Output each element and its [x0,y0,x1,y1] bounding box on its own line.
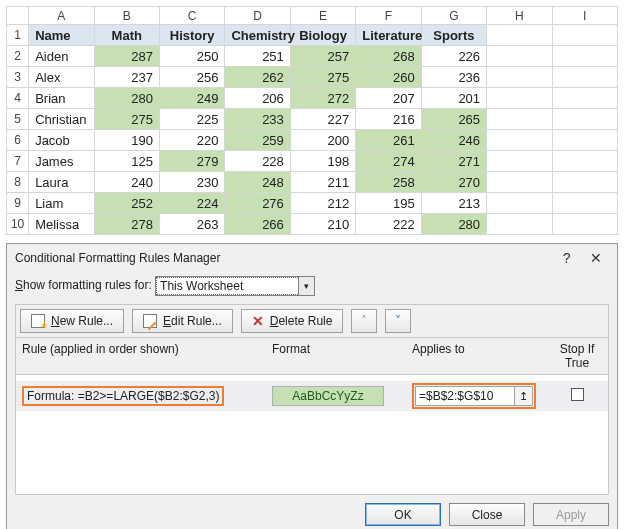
row-head[interactable]: 7 [7,151,29,172]
col-head-C[interactable]: C [159,7,224,25]
data-cell[interactable]: 256 [159,67,224,88]
ok-button[interactable]: OK [365,503,441,526]
apply-button[interactable]: Apply [533,503,609,526]
data-cell[interactable]: 274 [356,151,421,172]
data-cell[interactable]: 227 [290,109,355,130]
col-head-D[interactable]: D [225,7,290,25]
empty-cell[interactable] [487,130,552,151]
name-cell[interactable]: Laura [29,172,94,193]
data-cell[interactable]: 280 [421,214,486,235]
name-cell[interactable]: Brian [29,88,94,109]
data-cell[interactable]: 272 [290,88,355,109]
move-up-button[interactable]: ˄ [351,309,377,333]
row-head[interactable]: 9 [7,193,29,214]
header-cell[interactable]: Biology [290,25,355,46]
data-cell[interactable]: 262 [225,67,290,88]
data-cell[interactable]: 268 [356,46,421,67]
header-cell[interactable]: Name [29,25,94,46]
name-cell[interactable]: Jacob [29,130,94,151]
data-cell[interactable]: 279 [159,151,224,172]
applies-to-input[interactable]: =$B$2:$G$10 ↥ [415,386,533,406]
data-cell[interactable]: 237 [94,67,159,88]
row-head[interactable]: 2 [7,46,29,67]
data-cell[interactable]: 287 [94,46,159,67]
row-head[interactable]: 4 [7,88,29,109]
empty-cell[interactable] [552,193,617,214]
data-cell[interactable]: 261 [356,130,421,151]
col-head-A[interactable]: A [29,7,94,25]
data-cell[interactable]: 271 [421,151,486,172]
new-rule-button[interactable]: New Rule... [20,309,124,333]
data-cell[interactable]: 240 [94,172,159,193]
data-cell[interactable]: 230 [159,172,224,193]
data-cell[interactable]: 258 [356,172,421,193]
row-head[interactable]: 6 [7,130,29,151]
data-cell[interactable]: 201 [421,88,486,109]
row-head[interactable]: 10 [7,214,29,235]
name-cell[interactable]: Alex [29,67,94,88]
empty-cell[interactable] [487,67,552,88]
header-cell[interactable]: Sports [421,25,486,46]
data-cell[interactable]: 252 [94,193,159,214]
empty-cell[interactable] [552,46,617,67]
header-cell[interactable]: History [159,25,224,46]
data-cell[interactable]: 200 [290,130,355,151]
data-cell[interactable]: 270 [421,172,486,193]
name-cell[interactable]: Liam [29,193,94,214]
data-cell[interactable]: 250 [159,46,224,67]
data-cell[interactable]: 275 [94,109,159,130]
row-head[interactable]: 3 [7,67,29,88]
data-cell[interactable]: 280 [94,88,159,109]
data-cell[interactable]: 207 [356,88,421,109]
row-head[interactable]: 8 [7,172,29,193]
name-cell[interactable]: Aiden [29,46,94,67]
data-cell[interactable]: 246 [421,130,486,151]
data-cell[interactable]: 226 [421,46,486,67]
data-cell[interactable]: 213 [421,193,486,214]
close-button[interactable]: Close [449,503,525,526]
data-cell[interactable]: 198 [290,151,355,172]
data-cell[interactable]: 276 [225,193,290,214]
empty-cell[interactable] [552,214,617,235]
empty-cell[interactable] [487,172,552,193]
data-cell[interactable]: 211 [290,172,355,193]
data-cell[interactable]: 249 [159,88,224,109]
data-cell[interactable]: 195 [356,193,421,214]
empty-cell[interactable] [552,109,617,130]
data-cell[interactable]: 278 [94,214,159,235]
stop-if-true-checkbox[interactable] [571,388,584,401]
empty-cell[interactable] [487,151,552,172]
col-head-F[interactable]: F [356,7,421,25]
col-head-B[interactable]: B [94,7,159,25]
empty-cell[interactable] [552,151,617,172]
header-cell[interactable]: Chemistry [225,25,290,46]
empty-cell[interactable] [487,193,552,214]
data-cell[interactable]: 216 [356,109,421,130]
data-cell[interactable]: 248 [225,172,290,193]
show-rules-dropdown[interactable]: This Worksheet ▾ [155,276,315,296]
name-cell[interactable]: James [29,151,94,172]
corner-cell[interactable] [7,7,29,25]
data-cell[interactable]: 236 [421,67,486,88]
data-cell[interactable]: 206 [225,88,290,109]
data-cell[interactable]: 251 [225,46,290,67]
data-cell[interactable]: 190 [94,130,159,151]
empty-cell[interactable] [552,67,617,88]
data-cell[interactable]: 233 [225,109,290,130]
data-cell[interactable]: 220 [159,130,224,151]
row-head[interactable]: 1 [7,25,29,46]
data-cell[interactable]: 225 [159,109,224,130]
move-down-button[interactable]: ˅ [385,309,411,333]
name-cell[interactable]: Christian [29,109,94,130]
data-cell[interactable]: 259 [225,130,290,151]
data-cell[interactable]: 228 [225,151,290,172]
col-head-G[interactable]: G [421,7,486,25]
data-cell[interactable]: 210 [290,214,355,235]
empty-cell[interactable] [487,25,552,46]
delete-rule-button[interactable]: ✕ Delete Rule [241,309,344,333]
close-icon[interactable]: ✕ [583,250,609,266]
rule-row[interactable]: Formula: =B2>=LARGE($B2:$G2,3) AaBbCcYyZ… [16,381,608,411]
col-head-I[interactable]: I [552,7,617,25]
col-head-E[interactable]: E [290,7,355,25]
empty-cell[interactable] [552,88,617,109]
